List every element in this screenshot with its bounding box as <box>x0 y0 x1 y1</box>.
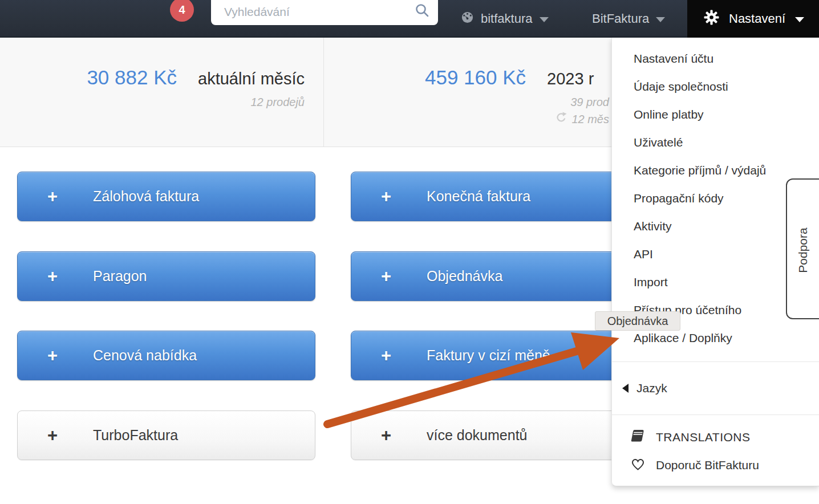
search-icon[interactable] <box>414 2 430 21</box>
menu-item-online-payments[interactable]: Online platby <box>612 100 819 128</box>
stat-current-month-value: 30 882 Kč <box>87 66 177 89</box>
nav-settings-label: Nastavení <box>729 11 785 26</box>
refresh-icon[interactable] <box>556 111 567 128</box>
support-tab-label: Podpora <box>796 227 810 273</box>
menu-translations-label: TRANSLATIONS <box>656 430 750 444</box>
stat-year: 459 160 Kč 2023 r <box>425 66 594 89</box>
plus-icon: + <box>47 346 72 366</box>
stat-year-sub2: 12 měs <box>571 111 609 128</box>
nav-app-menu[interactable]: BitFaktura <box>592 0 665 38</box>
chevron-down-icon <box>540 17 549 22</box>
gear-icon <box>704 10 719 29</box>
heart-icon <box>630 457 646 474</box>
button-label: Paragon <box>93 268 147 284</box>
new-price-quote-button[interactable]: + Cenová nabídka <box>17 331 315 380</box>
more-documents-button[interactable]: + více dokumentů <box>351 410 649 460</box>
button-label: Zálohová faktura <box>93 188 199 205</box>
menu-recommend-label: Doporuč BitFakturu <box>656 458 759 472</box>
menu-item-language[interactable]: Jazyk <box>612 375 819 402</box>
menu-divider <box>612 414 819 415</box>
menu-item-users[interactable]: Uživatelé <box>612 128 819 156</box>
chevron-down-icon <box>795 17 804 22</box>
submenu-left-arrow-icon <box>622 384 629 393</box>
button-label: Objednávka <box>427 268 502 284</box>
new-order-button[interactable]: + Objednávka <box>351 251 649 301</box>
plus-icon: + <box>381 346 406 366</box>
nav-app-label: BitFaktura <box>592 11 649 26</box>
plus-icon: + <box>381 266 406 287</box>
menu-item-company-data[interactable]: Údaje společnosti <box>612 72 819 100</box>
stat-year-sub1: 39 prod <box>570 94 609 111</box>
nav-account-label: bitfaktura <box>481 11 533 26</box>
dashboard-icon <box>461 11 474 27</box>
button-label: Konečná faktura <box>427 188 530 205</box>
button-label: TurboFaktura <box>93 427 178 444</box>
menu-divider <box>612 361 819 362</box>
top-navbar: 4 bitfaktura BitFaktura <box>0 0 819 38</box>
support-tab[interactable]: Podpora <box>786 178 819 319</box>
menu-item-account-settings[interactable]: Nastavení účtu <box>612 44 819 72</box>
menu-item-translations[interactable]: TRANSLATIONS <box>612 424 819 451</box>
tooltip-label: Objednávka <box>607 315 668 328</box>
plus-icon: + <box>47 186 72 207</box>
new-advance-invoice-button[interactable]: + Zálohová faktura <box>17 172 315 221</box>
book-icon <box>630 429 646 445</box>
search-input[interactable] <box>211 0 438 25</box>
plus-icon: + <box>381 186 406 207</box>
nav-account-menu[interactable]: bitfaktura <box>461 0 549 38</box>
stat-year-subs: 39 prod 12 měs <box>425 94 609 128</box>
stats-divider <box>323 38 324 147</box>
plus-icon: + <box>47 266 72 287</box>
stat-year-label: 2023 r <box>547 70 594 88</box>
notification-badge[interactable]: 4 <box>170 0 194 22</box>
plus-icon: + <box>47 425 72 446</box>
plus-icon: + <box>381 425 406 446</box>
button-label: Cenová nabídka <box>93 347 197 364</box>
new-foreign-currency-invoice-button[interactable]: + Faktury v cizí měně <box>351 331 649 380</box>
menu-language-label: Jazyk <box>636 381 667 395</box>
search-box <box>211 0 438 25</box>
button-label: více dokumentů <box>427 427 528 444</box>
stat-current-month-sub: 12 prodejů <box>87 96 305 109</box>
new-turbofaktura-button[interactable]: + TurboFaktura <box>17 410 315 460</box>
new-receipt-button[interactable]: + Paragon <box>17 251 315 301</box>
stat-current-month-label: aktuální měsíc <box>198 70 305 88</box>
button-label: Faktury v cizí měně <box>427 347 550 364</box>
stat-year-value: 459 160 Kč <box>425 66 526 89</box>
menu-item-recommend[interactable]: Doporuč BitFakturu <box>612 452 819 479</box>
new-final-invoice-button[interactable]: + Konečná faktura <box>351 172 649 221</box>
order-tooltip: Objednávka <box>595 311 680 331</box>
chevron-down-icon <box>656 17 665 22</box>
stat-current-month: 30 882 Kč aktuální měsíc 12 prodejů <box>87 66 305 109</box>
nav-settings-menu[interactable]: Nastavení <box>687 0 819 38</box>
